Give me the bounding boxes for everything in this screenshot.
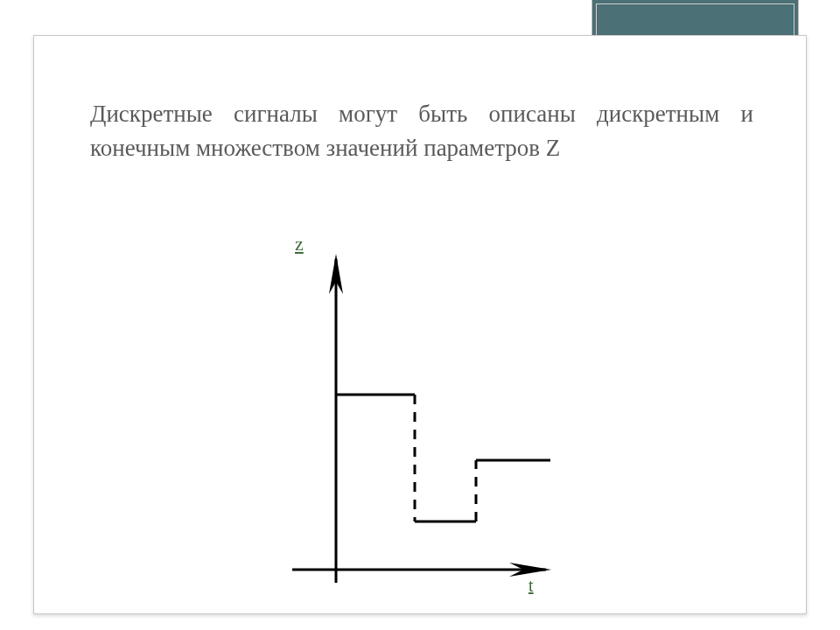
- step-signal: [336, 395, 550, 522]
- discrete-signal-chart: z t: [240, 233, 555, 600]
- x-axis-label: t: [528, 576, 534, 596]
- y-axis-label: z: [295, 233, 304, 256]
- slide-paragraph: Дискретные сигналы могут быть описаны ди…: [90, 97, 753, 165]
- chart-svg: [240, 233, 555, 600]
- slide-card: Дискретные сигналы могут быть описаны ди…: [33, 35, 807, 614]
